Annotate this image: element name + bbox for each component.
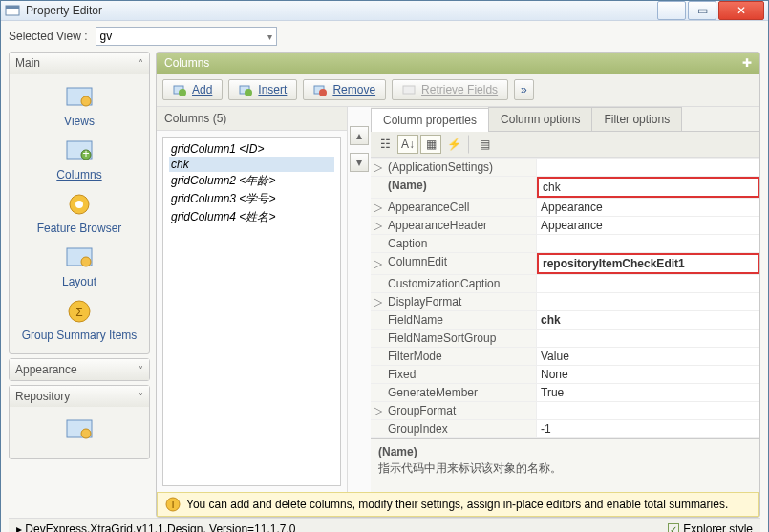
- property-value[interactable]: [537, 159, 759, 176]
- property-value[interactable]: None: [537, 366, 759, 383]
- property-value[interactable]: Appearance: [537, 199, 759, 216]
- nav-item-feature-browser[interactable]: Feature Browser: [33, 187, 126, 237]
- status-version: ▸ DevExpress.XtraGrid.v11.1.Design, Vers…: [16, 522, 296, 532]
- property-row[interactable]: FilterModeValue: [371, 348, 759, 366]
- property-row[interactable]: ▷AppearanceCellAppearance: [371, 199, 759, 217]
- list-item[interactable]: gridColumn1 <ID>: [169, 141, 334, 157]
- remove-button[interactable]: Remove: [303, 79, 386, 100]
- minimize-button[interactable]: —: [657, 1, 686, 20]
- property-value[interactable]: True: [537, 384, 759, 401]
- repository-icon: [64, 415, 95, 445]
- hint-text: You can add and delete columns, modify t…: [186, 498, 728, 511]
- property-value[interactable]: [537, 330, 759, 347]
- svg-rect-1: [6, 6, 19, 9]
- expand-icon[interactable]: ▷: [371, 253, 384, 274]
- nav-head-main[interactable]: Main ˄: [10, 53, 149, 74]
- property-row[interactable]: ▷DisplayFormat: [371, 293, 759, 311]
- property-value[interactable]: chk: [537, 177, 759, 198]
- tab-filter[interactable]: Filter options: [591, 107, 682, 131]
- property-pages-icon[interactable]: ▤: [474, 135, 495, 154]
- property-value[interactable]: [537, 235, 759, 252]
- expand-icon[interactable]: ▷: [371, 293, 384, 310]
- property-row[interactable]: ▷ColumnEditrepositoryItemCheckEdit1: [371, 253, 759, 275]
- nav-item-group-label: Group Summary Items: [22, 329, 138, 342]
- nav-item-group-summary[interactable]: Σ Group Summary Items: [18, 294, 141, 344]
- expand-icon: [371, 384, 384, 401]
- properties-icon[interactable]: ▦: [420, 135, 441, 154]
- chevron-down-icon: ˅: [139, 392, 143, 402]
- property-name: FilterMode: [384, 348, 537, 365]
- nav-group-main: Main ˄ Views + Columns: [9, 52, 150, 354]
- property-row[interactable]: GroupIndex-1: [371, 420, 759, 438]
- more-button[interactable]: »: [514, 79, 534, 100]
- categorized-icon[interactable]: ☷: [374, 135, 395, 154]
- property-row[interactable]: Caption: [371, 235, 759, 253]
- columns-list[interactable]: gridColumn1 <ID>chkgridColumn2 <年龄>gridC…: [162, 137, 341, 486]
- list-item[interactable]: gridColumn3 <学号>: [169, 190, 334, 208]
- columns-list-header: Columns (5): [157, 107, 347, 131]
- property-row[interactable]: CustomizationCaption: [371, 275, 759, 293]
- nav-item-views[interactable]: Views: [60, 80, 98, 130]
- property-row[interactable]: GenerateMemberTrue: [371, 384, 759, 402]
- plus-icon[interactable]: ✚: [742, 56, 752, 70]
- list-item[interactable]: gridColumn2 <年龄>: [169, 172, 334, 190]
- svg-point-20: [319, 89, 327, 96]
- property-value[interactable]: [537, 275, 759, 292]
- expand-icon[interactable]: ▷: [371, 159, 384, 176]
- property-name: FieldName: [384, 311, 537, 329]
- expand-icon: [371, 366, 384, 383]
- property-grid[interactable]: ▷(ApplicationSettings)(Name)chk▷Appearan…: [371, 158, 759, 438]
- nav-item-repository-editor[interactable]: [60, 413, 98, 449]
- selected-view-dropdown[interactable]: gv ▾: [96, 27, 277, 46]
- chevron-up-icon: ˄: [139, 58, 143, 69]
- explorer-label: Explorer style: [683, 522, 753, 532]
- property-row[interactable]: ▷AppearanceHeaderAppearance: [371, 217, 759, 235]
- property-value[interactable]: Value: [537, 348, 759, 365]
- expand-icon[interactable]: ▷: [371, 199, 384, 216]
- insert-button[interactable]: Insert: [228, 79, 297, 100]
- retrieve-button[interactable]: Retrieve Fields: [392, 79, 508, 100]
- alphabetical-icon[interactable]: A↓: [397, 135, 418, 154]
- property-value[interactable]: [537, 293, 759, 310]
- property-row[interactable]: FieldNamechk: [371, 311, 759, 330]
- property-row[interactable]: ▷(ApplicationSettings): [371, 159, 759, 177]
- add-button[interactable]: Add: [162, 79, 223, 100]
- property-row[interactable]: (Name)chk: [371, 177, 759, 199]
- property-name: AppearanceHeader: [384, 217, 537, 234]
- events-icon[interactable]: ⚡: [443, 135, 464, 154]
- expand-icon[interactable]: ▷: [371, 402, 384, 419]
- chevron-down-icon: ˅: [139, 365, 143, 375]
- close-button[interactable]: ✕: [718, 1, 764, 20]
- property-row[interactable]: FixedNone: [371, 366, 759, 384]
- explorer-style-checkbox[interactable]: ✓ Explorer style: [668, 522, 753, 532]
- nav-item-layout[interactable]: Layout: [58, 241, 100, 290]
- svg-point-14: [81, 429, 91, 438]
- property-value[interactable]: -1: [537, 420, 759, 437]
- section-header: Columns ✚: [157, 53, 759, 74]
- expand-icon[interactable]: ▷: [371, 217, 384, 234]
- move-down-button[interactable]: ▾: [350, 153, 369, 172]
- columns-toolbar: Add Insert Remove Retrieve Fields »: [157, 74, 759, 107]
- property-row[interactable]: ▷GroupFormat: [371, 402, 759, 420]
- property-name: ColumnEdit: [384, 253, 537, 274]
- svg-point-18: [245, 89, 252, 96]
- nav-head-repository[interactable]: Repository ˅: [10, 386, 149, 407]
- property-value[interactable]: chk: [537, 311, 759, 329]
- separator: [468, 135, 470, 154]
- property-value[interactable]: Appearance: [537, 217, 759, 234]
- property-name: GenerateMember: [384, 384, 537, 401]
- tab-properties[interactable]: Column properties: [371, 108, 489, 132]
- nav-item-feature-label: Feature Browser: [37, 222, 122, 235]
- list-item[interactable]: chk: [169, 157, 334, 172]
- list-item[interactable]: gridColumn4 <姓名>: [169, 208, 334, 226]
- property-value[interactable]: repositoryItemCheckEdit1: [537, 253, 759, 274]
- property-value[interactable]: [537, 402, 759, 419]
- move-up-button[interactable]: ▴: [350, 126, 369, 145]
- expand-icon: [371, 177, 384, 198]
- maximize-button[interactable]: ▭: [688, 1, 716, 20]
- svg-rect-21: [403, 86, 415, 94]
- property-row[interactable]: FieldNameSortGroup: [371, 330, 759, 348]
- tab-options[interactable]: Column options: [488, 107, 592, 131]
- nav-item-columns[interactable]: + Columns: [53, 134, 105, 183]
- nav-head-appearance[interactable]: Appearance ˅: [10, 359, 149, 380]
